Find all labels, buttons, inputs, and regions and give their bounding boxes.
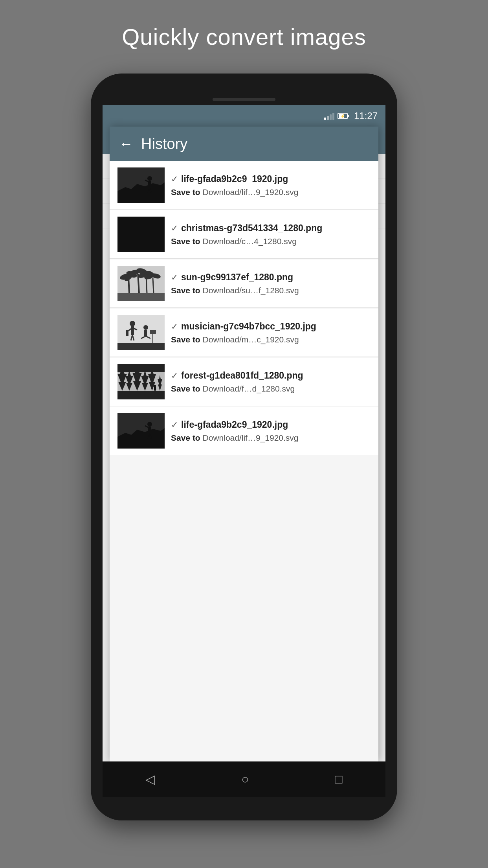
item-saveto: Save to Download/f…d_1280.svg <box>171 384 371 394</box>
phone-frame: ⚡ 11:27 Ta… S… svg R… svg ← History <box>91 74 397 820</box>
list-item[interactable]: ✓ life-gfada9b2c9_1920.jpg Save to Downl… <box>110 161 378 210</box>
item-info: ✓ musician-g7c94b7bcc_1920.jpg Save to D… <box>171 321 371 344</box>
nav-bar: ◁ ○ □ <box>103 761 385 797</box>
item-filename: sun-g9c99137ef_1280.png <box>181 272 293 283</box>
phone-screen: ⚡ 11:27 Ta… S… svg R… svg ← History <box>103 105 385 761</box>
list-item[interactable]: ✓ musician-g7c94b7bcc_1920.jpg Save to D… <box>110 309 378 357</box>
history-title: History <box>141 136 187 153</box>
svg-rect-48 <box>154 387 156 390</box>
svg-line-20 <box>153 278 154 293</box>
svg-rect-7 <box>117 217 165 252</box>
svg-point-53 <box>147 422 152 427</box>
svg-point-25 <box>130 321 135 326</box>
check-icon: ✓ <box>171 371 178 381</box>
item-thumbnail <box>117 315 165 350</box>
item-thumbnail <box>117 364 165 399</box>
svg-rect-39 <box>117 364 165 372</box>
item-filename: life-gfada9b2c9_1920.jpg <box>181 173 288 185</box>
item-saveto: Save to Download/su…f_1280.svg <box>171 286 371 295</box>
history-header: ← History <box>110 127 378 161</box>
item-info: ✓ christmas-g73d541334_1280.png Save to … <box>171 223 371 246</box>
list-item[interactable]: ✓ life-gfada9b2c9_1920.jpg Save to Downl… <box>110 407 378 455</box>
status-bar: ⚡ 11:27 <box>103 105 385 127</box>
item-thumbnail <box>117 217 165 252</box>
check-icon: ✓ <box>171 174 178 184</box>
svg-rect-37 <box>150 330 156 334</box>
item-filename: christmas-g73d541334_1280.png <box>181 223 322 234</box>
nav-home-button[interactable]: ○ <box>241 772 249 787</box>
item-saveto: Save to Download/m…c_1920.svg <box>171 335 371 344</box>
item-filename: forest-g1dea801fd_1280.png <box>181 370 303 382</box>
svg-rect-24 <box>117 343 165 350</box>
list-item[interactable]: ✓ sun-g9c99137ef_1280.png Save to Downlo… <box>110 259 378 308</box>
history-panel: ← History <box>110 127 378 761</box>
list-item[interactable]: ✓ christmas-g73d541334_1280.png Save to … <box>110 210 378 259</box>
check-icon: ✓ <box>171 420 178 430</box>
item-info: ✓ life-gfada9b2c9_1920.jpg Save to Downl… <box>171 419 371 443</box>
svg-rect-26 <box>131 326 134 335</box>
svg-point-32 <box>143 325 148 330</box>
check-icon: ✓ <box>171 322 178 332</box>
phone-bottom-bar <box>91 797 397 820</box>
check-icon: ✓ <box>171 223 178 234</box>
page-title: Quickly convert images <box>122 24 366 50</box>
item-thumbnail <box>117 413 165 449</box>
nav-back-button[interactable]: ◁ <box>145 772 155 787</box>
item-info: ✓ life-gfada9b2c9_1920.jpg Save to Downl… <box>171 173 371 197</box>
item-info: ✓ forest-g1dea801fd_1280.png Save to Dow… <box>171 370 371 394</box>
time-display: 11:27 <box>354 110 378 121</box>
status-icons: ⚡ 11:27 <box>324 110 378 121</box>
item-saveto: Save to Download/lif…9_1920.svg <box>171 188 371 197</box>
svg-rect-9 <box>117 293 165 301</box>
item-filename: life-gfada9b2c9_1920.jpg <box>181 419 288 431</box>
svg-rect-31 <box>126 330 128 336</box>
check-icon: ✓ <box>171 272 178 283</box>
item-thumbnail <box>117 266 165 301</box>
list-item[interactable]: ✓ forest-g1dea801fd_1280.png Save to Dow… <box>110 358 378 406</box>
back-button[interactable]: ← <box>119 136 133 152</box>
item-filename: musician-g7c94b7bcc_1920.jpg <box>181 321 316 333</box>
nav-recents-button[interactable]: □ <box>335 772 342 787</box>
phone-top-bar <box>91 74 397 105</box>
battery-icon: ⚡ <box>338 113 348 119</box>
item-saveto: Save to Download/lif…9_1920.svg <box>171 433 371 443</box>
history-list[interactable]: ✓ life-gfada9b2c9_1920.jpg Save to Downl… <box>110 161 378 761</box>
item-saveto: Save to Download/c…4_1280.svg <box>171 237 371 246</box>
svg-rect-33 <box>144 330 147 336</box>
item-info: ✓ sun-g9c99137ef_1280.png Save to Downlo… <box>171 272 371 295</box>
signal-icon <box>324 112 334 120</box>
item-thumbnail <box>117 167 165 203</box>
svg-point-2 <box>147 176 152 181</box>
svg-rect-40 <box>117 391 165 399</box>
